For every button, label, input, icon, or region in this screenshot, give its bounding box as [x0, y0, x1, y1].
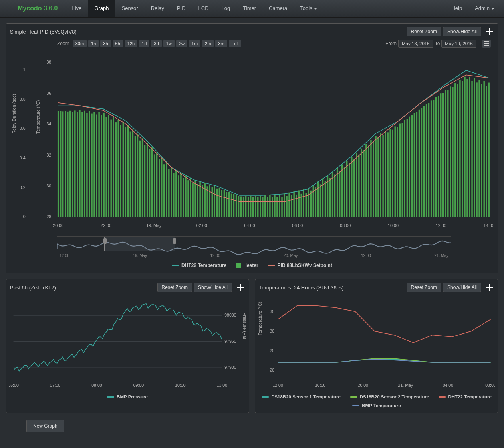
nav-tabs: LiveGraphSensorRelayPIDLCDLogTimerCamera… [65, 0, 323, 17]
zoom-Full[interactable]: Full [229, 40, 242, 47]
svg-rect-94 [231, 194, 232, 217]
legend-dht22[interactable]: DHT22 Temperature [172, 263, 226, 268]
svg-rect-160 [389, 129, 391, 217]
nav-item-camera[interactable]: Camera [262, 0, 294, 17]
nav-item-timer[interactable]: Timer [236, 0, 262, 17]
svg-rect-109 [267, 197, 268, 217]
show-hide-all-button[interactable]: Show/Hide All [194, 283, 232, 292]
legend-bmp-pressure[interactable]: BMP Pressure [107, 394, 148, 399]
svg-rect-56 [139, 141, 141, 217]
svg-rect-59 [147, 143, 148, 217]
show-hide-all-button[interactable]: Show/Hide All [443, 283, 481, 292]
nav-item-tools[interactable]: Tools [294, 0, 323, 17]
svg-rect-65 [161, 157, 162, 217]
svg-rect-117 [286, 196, 287, 217]
legend-dht22[interactable]: DHT22 Temperature [439, 394, 491, 399]
svg-text:10:00: 10:00 [175, 383, 185, 388]
svg-rect-142 [346, 161, 347, 217]
nav-item-sensor[interactable]: Sensor [115, 0, 144, 17]
svg-rect-100 [245, 196, 246, 217]
zoom-1d[interactable]: 1d [139, 40, 149, 47]
zoom-1h[interactable]: 1h [88, 40, 99, 47]
svg-rect-120 [293, 191, 294, 217]
show-hide-all-button[interactable]: Show/Hide All [443, 27, 481, 36]
legend-setpoint[interactable]: PID 88LbSKWv Setpoint [268, 263, 332, 268]
from-date-input[interactable]: May 18, 2016 [398, 40, 433, 48]
y-axis-temp-label: Temperature (°C) [258, 302, 262, 335]
svg-rect-150 [365, 144, 367, 217]
temps-chart[interactable]: Temperature (°C) 2025303512:0016:0020:00… [258, 295, 495, 391]
navbar: Mycodo 3.6.0 LiveGraphSensorRelayPIDLCDL… [0, 0, 504, 18]
svg-rect-25 [65, 111, 66, 217]
nav-item-live[interactable]: Live [65, 0, 88, 17]
svg-text:16:00: 16:00 [315, 383, 325, 388]
svg-rect-54 [135, 136, 136, 217]
nav-item-relay[interactable]: Relay [145, 0, 171, 17]
pressure-chart[interactable]: 97900979509800006:0007:0008:0009:0010:00… [9, 295, 246, 391]
zoom-2w[interactable]: 2w [176, 40, 187, 47]
svg-rect-177 [431, 100, 432, 217]
nav-item-log[interactable]: Log [215, 0, 237, 17]
zoom-3m[interactable]: 3m [215, 40, 227, 47]
legend-ds1[interactable]: DS18B20 Sensor 1 Temperature [262, 394, 341, 399]
svg-rect-140 [341, 164, 343, 217]
svg-rect-69 [171, 168, 172, 217]
zoom-2m[interactable]: 2m [202, 40, 214, 47]
legend-ds2[interactable]: DS18B20 Sensor 2 Temperature [350, 394, 429, 399]
zoom-12h[interactable]: 12h [125, 40, 137, 47]
reset-zoom-button[interactable]: Reset Zoom [407, 27, 441, 36]
svg-rect-116 [284, 193, 285, 217]
svg-rect-112 [274, 194, 275, 217]
to-date-input[interactable]: May 19, 2016 [441, 40, 476, 48]
svg-rect-143 [349, 163, 350, 217]
svg-rect-175 [426, 104, 427, 217]
svg-rect-129 [315, 187, 316, 217]
svg-rect-22 [58, 111, 59, 217]
nav-item-graph[interactable]: Graph [88, 0, 115, 17]
svg-rect-161 [392, 130, 393, 217]
svg-rect-72 [178, 175, 179, 217]
svg-rect-138 [337, 168, 338, 217]
reset-zoom-button[interactable]: Reset Zoom [157, 283, 192, 292]
panel-title: Simple Heat PID (5VsQvfV8) [10, 29, 77, 35]
nav-item-admin[interactable]: Admin [468, 0, 501, 17]
svg-text:20:00: 20:00 [358, 383, 368, 388]
svg-rect-40 [101, 115, 102, 217]
main-chart[interactable]: Relay Duration (sec) Temperature (°C) 00… [11, 50, 493, 234]
plus-icon[interactable] [485, 27, 494, 36]
svg-rect-79 [194, 181, 196, 217]
zoom-30m[interactable]: 30m [73, 40, 87, 47]
new-graph-button[interactable]: New Graph [26, 420, 64, 432]
legend-bmp[interactable]: BMP Temperature [352, 403, 401, 408]
zoom-3h[interactable]: 3h [100, 40, 111, 47]
zoom-1m[interactable]: 1m [189, 40, 200, 47]
svg-text:08:00: 08:00 [91, 383, 102, 388]
svg-rect-60 [149, 149, 150, 217]
plus-icon[interactable] [236, 283, 245, 292]
chart-menu-icon[interactable] [482, 40, 491, 48]
svg-rect-39 [98, 112, 99, 217]
zoom-3d[interactable]: 3d [151, 40, 161, 47]
svg-rect-27 [69, 111, 71, 217]
zoom-6h[interactable]: 6h [113, 40, 123, 47]
panel-title: Temperatures, 24 Hours (SUvL36ns) [259, 285, 344, 291]
svg-rect-190 [462, 81, 463, 217]
range-navigator[interactable]: 12:0019. May12:0020. May12:0021. May [57, 236, 451, 259]
svg-rect-166 [404, 120, 405, 217]
reset-zoom-button[interactable]: Reset Zoom [407, 283, 441, 292]
legend-heater[interactable]: Heater [236, 263, 258, 268]
svg-rect-199 [483, 81, 484, 217]
svg-text:0.8: 0.8 [20, 97, 26, 102]
svg-rect-130 [317, 181, 319, 217]
svg-text:0.6: 0.6 [20, 126, 26, 131]
svg-rect-41 [103, 113, 104, 217]
nav-item-help[interactable]: Help [445, 0, 468, 17]
zoom-1w[interactable]: 1w [163, 40, 175, 47]
nav-item-lcd[interactable]: LCD [192, 0, 215, 17]
svg-rect-67 [166, 163, 167, 217]
svg-rect-63 [156, 153, 157, 217]
nav-item-pid[interactable]: PID [171, 0, 192, 17]
zoom-label: Zoom [57, 41, 69, 46]
plus-icon[interactable] [485, 283, 494, 292]
svg-rect-48 [120, 125, 121, 217]
